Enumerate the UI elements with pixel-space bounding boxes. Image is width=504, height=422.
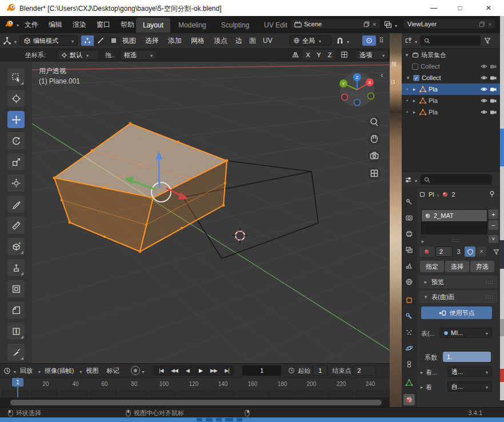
menu-add[interactable]: 添加 xyxy=(163,36,186,46)
tab-render[interactable] xyxy=(403,212,415,224)
editor-type-button[interactable] xyxy=(3,36,17,45)
orientation-setting-dropdown[interactable]: 默认 xyxy=(57,50,99,60)
proportional-edit-button[interactable] xyxy=(362,35,376,46)
collection-exclude-checkbox[interactable] xyxy=(412,63,418,70)
menu-file[interactable]: 文件 xyxy=(19,20,43,30)
hide-eye-icon[interactable] xyxy=(481,86,487,93)
menu-view[interactable]: 视图 xyxy=(118,36,141,46)
tab-output[interactable] xyxy=(403,228,415,240)
use-nodes-button[interactable]: 使用节点 xyxy=(421,306,492,319)
playhead-label[interactable]: 1 xyxy=(12,378,23,387)
mirror-z-button[interactable]: Z xyxy=(325,50,335,60)
tab-view-layer[interactable] xyxy=(403,244,415,256)
copy-icon[interactable] xyxy=(479,21,485,27)
tool-loop-cut[interactable] xyxy=(7,323,25,340)
start-frame-field[interactable]: 1 xyxy=(313,365,327,376)
filter-icon[interactable] xyxy=(484,37,491,44)
disclosure-icon[interactable] xyxy=(405,75,411,81)
outliner-row-object[interactable]: Pla xyxy=(402,106,500,118)
current-frame-field[interactable]: 1 xyxy=(242,365,281,376)
disclosure-icon[interactable] xyxy=(411,86,417,92)
material-users-count[interactable]: 3 xyxy=(454,246,463,257)
browse-material-button[interactable] xyxy=(419,246,434,257)
mode-selector[interactable]: 编辑模式 xyxy=(19,35,78,46)
remove-material-slot-button[interactable]: − xyxy=(489,220,498,230)
hide-eye-icon[interactable] xyxy=(481,74,487,81)
menu-window[interactable]: 窗口 xyxy=(91,20,115,30)
menu-edit[interactable]: 编辑 xyxy=(43,20,67,30)
camera-visibility-icon[interactable] xyxy=(490,86,497,93)
tab-scene[interactable] xyxy=(403,260,415,272)
tab-particles[interactable] xyxy=(403,327,415,338)
menu-face[interactable]: 面 xyxy=(246,36,259,46)
pin-icon[interactable] xyxy=(489,190,495,197)
surface-panel-header[interactable]: 表(曲)面 xyxy=(419,290,498,303)
menu-marker[interactable]: 标记 xyxy=(102,367,123,375)
assign-button[interactable]: 指定 xyxy=(420,261,444,272)
camera-view-icon[interactable] xyxy=(368,150,381,162)
edge-select-mode-button[interactable] xyxy=(94,35,107,46)
outliner-search-input[interactable] xyxy=(420,35,481,46)
outliner-row-object-selected[interactable]: Pla xyxy=(402,83,500,95)
mirror-y-button[interactable]: Y xyxy=(314,50,324,60)
navigation-gizmo[interactable]: Z Y X xyxy=(339,73,374,107)
hide-eye-icon[interactable] xyxy=(481,63,487,70)
menu-keying[interactable]: 抠像(插帧) xyxy=(41,367,78,375)
menu-uv[interactable]: UV xyxy=(259,37,276,45)
material-slot-selected[interactable]: 2_MAT xyxy=(422,210,487,221)
tool-rotate[interactable] xyxy=(7,132,25,149)
tool-move[interactable] xyxy=(7,111,25,128)
disclosure-icon[interactable] xyxy=(419,369,425,375)
timeline-scrollbar[interactable] xyxy=(0,397,390,408)
tool-add-cube[interactable] xyxy=(7,238,25,255)
transform-orientation-selector[interactable]: 全局 xyxy=(289,35,331,46)
workspace-tab-layout[interactable]: Layout xyxy=(136,18,170,33)
copy-icon[interactable] xyxy=(363,21,370,27)
tab-physics[interactable] xyxy=(403,343,415,354)
material-slot-list[interactable]: 2_MAT xyxy=(421,209,487,234)
material-specials-button[interactable]: ˅ xyxy=(489,235,498,243)
unlink-material-button[interactable] xyxy=(477,246,486,257)
tool-extrude-region[interactable] xyxy=(7,259,25,276)
tool-transform[interactable] xyxy=(7,174,25,192)
close-button[interactable]: ✕ xyxy=(473,0,504,16)
preview-panel-header[interactable]: 预览 xyxy=(419,276,498,288)
camera-visibility-icon[interactable] xyxy=(490,97,497,104)
timeline-ruler[interactable]: 20 40 60 80 100 120 140 160 180 200 220 … xyxy=(0,377,390,391)
tool-annotate[interactable] xyxy=(7,196,25,213)
collection-exclude-checkbox[interactable] xyxy=(413,75,419,81)
menu-view[interactable]: 视图 xyxy=(82,367,102,375)
play-button[interactable]: ▶ xyxy=(194,368,207,373)
tool-cursor[interactable] xyxy=(7,90,25,107)
tool-select-box[interactable] xyxy=(7,69,25,86)
filter-icon[interactable] xyxy=(493,249,499,255)
workspace-tab-modeling[interactable]: Modeling xyxy=(171,18,213,33)
select-button[interactable]: 选择 xyxy=(445,261,469,272)
overlays-icon[interactable]: ⠿ xyxy=(379,37,384,45)
outliner-row-collection-2[interactable]: Collect xyxy=(402,72,500,83)
viewport-3d[interactable]: 用户透视 (1) Plane.001 ‹ Z Y X xyxy=(32,62,390,363)
material-name-field[interactable]: 2 xyxy=(435,246,453,257)
outliner-row-scene-collection[interactable]: 场景集合 xyxy=(402,49,500,61)
remove-view-layer-icon[interactable] xyxy=(487,21,492,27)
add-material-slot-button[interactable]: + xyxy=(489,209,498,219)
menu-vertex[interactable]: 顶点 xyxy=(209,36,232,46)
shader-row-a-dropdown[interactable]: 透... xyxy=(447,367,492,377)
tool-measure[interactable] xyxy=(7,217,25,234)
properties-editor-type-button[interactable] xyxy=(405,175,417,184)
scene-selector[interactable]: Scene xyxy=(290,19,381,29)
timeline-track[interactable] xyxy=(0,390,390,397)
tab-object-data[interactable] xyxy=(403,377,415,388)
tab-world[interactable] xyxy=(403,276,415,288)
next-keyframe-button[interactable]: ▶▶ xyxy=(207,368,220,373)
menu-select[interactable]: 选择 xyxy=(141,36,163,46)
tab-constraints[interactable] xyxy=(403,359,415,370)
tab-modifiers[interactable] xyxy=(403,310,415,322)
maximize-button[interactable]: □ xyxy=(447,0,473,16)
hide-eye-icon[interactable] xyxy=(481,109,487,116)
tab-object[interactable] xyxy=(403,294,415,306)
minimize-button[interactable]: — xyxy=(421,0,447,16)
mirror-x-button[interactable]: X xyxy=(303,50,313,60)
workspace-tab-sculpting[interactable]: Sculpting xyxy=(214,18,256,33)
factor-slider[interactable]: 1. xyxy=(443,352,491,362)
